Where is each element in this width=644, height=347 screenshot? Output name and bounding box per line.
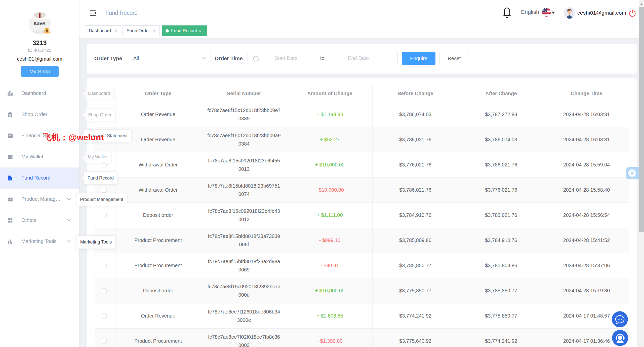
svg-text:扎西央章: 扎西央章 <box>33 22 46 25</box>
